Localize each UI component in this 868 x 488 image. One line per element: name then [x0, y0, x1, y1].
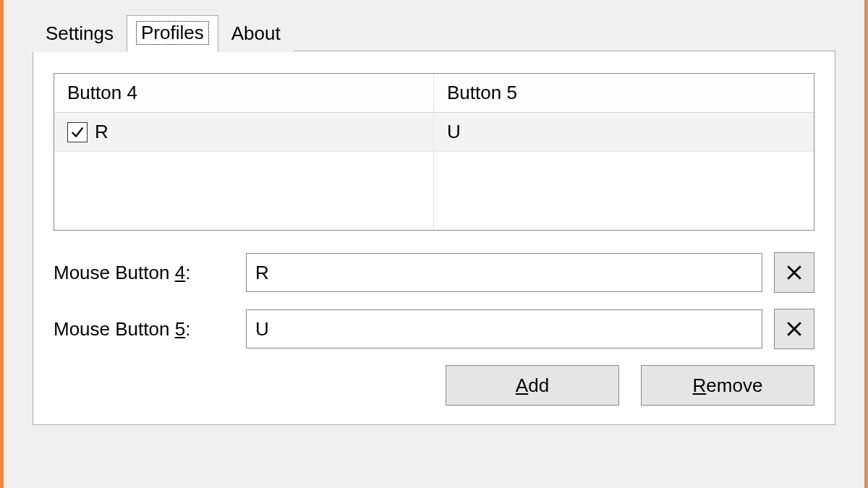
- field-mouse-button-5: Mouse Button 5: U: [54, 309, 814, 349]
- remove-button[interactable]: Remove: [641, 365, 814, 406]
- cell-empty: [54, 191, 434, 230]
- mouse-button-4-input[interactable]: R: [246, 253, 762, 292]
- cell-value: R: [95, 121, 109, 143]
- cell-empty: [434, 152, 814, 191]
- add-button[interactable]: Add: [446, 365, 619, 406]
- cell-empty: [54, 152, 434, 191]
- table-row-empty: [54, 191, 814, 230]
- cell-value: U: [447, 121, 461, 143]
- table-header-row: Button 4 Button 5: [54, 74, 814, 113]
- tab-strip: Settings Profiles About: [33, 14, 835, 51]
- col-header-button4[interactable]: Button 4: [54, 74, 434, 112]
- cell-button5: U: [434, 113, 814, 151]
- field-mouse-button-4: Mouse Button 4: R: [54, 252, 814, 293]
- tab-settings[interactable]: Settings: [33, 17, 127, 52]
- table-row-empty: [54, 152, 814, 191]
- profiles-table: Button 4 Button 5 R U: [54, 73, 814, 231]
- tab-profiles[interactable]: Profiles: [127, 15, 218, 52]
- tab-label: Settings: [46, 22, 114, 44]
- tab-about[interactable]: About: [218, 17, 294, 52]
- mouse-button-5-input[interactable]: U: [246, 309, 762, 348]
- cell-button4: R: [54, 113, 434, 151]
- clear-mb4-button[interactable]: [774, 252, 814, 293]
- clear-mb5-button[interactable]: [774, 309, 814, 349]
- field-label: Mouse Button 4:: [54, 262, 234, 284]
- tab-label: Profiles: [136, 21, 209, 45]
- field-label: Mouse Button 5:: [54, 318, 234, 341]
- check-icon: [69, 124, 85, 140]
- profiles-panel: Button 4 Button 5 R U: [33, 51, 835, 425]
- tab-label: About: [231, 22, 281, 44]
- button-row: Add Remove: [54, 365, 814, 406]
- cell-empty: [434, 191, 814, 230]
- x-icon: [783, 262, 805, 283]
- row-checkbox[interactable]: [67, 122, 88, 142]
- table-row[interactable]: R U: [54, 113, 814, 152]
- x-icon: [783, 318, 805, 340]
- col-header-button5[interactable]: Button 5: [434, 74, 814, 112]
